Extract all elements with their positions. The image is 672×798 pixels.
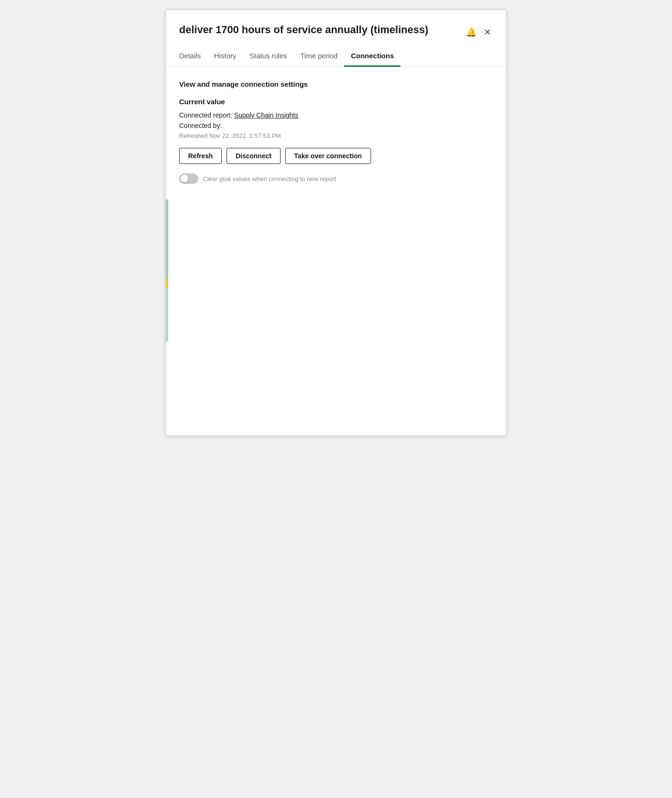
tab-time-period[interactable]: Time period: [294, 48, 345, 67]
current-value-label: Current value: [179, 98, 493, 106]
clear-goal-toggle[interactable]: [179, 173, 198, 184]
tab-details[interactable]: Details: [179, 48, 208, 67]
panel-title: deliver 1700 hours of service annually (…: [179, 23, 464, 37]
panel-header: deliver 1700 hours of service annually (…: [166, 10, 506, 39]
panel: deliver 1700 hours of service annually (…: [165, 9, 507, 436]
section-heading: View and manage connection settings: [179, 80, 493, 88]
panel-body: View and manage connection settings Curr…: [166, 67, 506, 197]
connected-report-link[interactable]: Supply Chain Insights: [234, 111, 298, 119]
toggle-row: Clear goal values when connecting to new…: [179, 173, 493, 184]
accent-bar: [166, 200, 168, 342]
button-group: Refresh Disconnect Take over connection: [179, 148, 493, 164]
connected-report-row: Connected report: Supply Chain Insights: [179, 111, 493, 119]
toggle-label: Clear goal values when connecting to new…: [203, 175, 336, 182]
connected-report-prefix: Connected report:: [179, 111, 232, 119]
refreshed-text: Refreshed Nov 22, 2022, 1:57:53 PM: [179, 132, 493, 139]
close-button[interactable]: ✕: [482, 25, 493, 39]
refresh-button[interactable]: Refresh: [179, 148, 222, 164]
take-over-button[interactable]: Take over connection: [285, 148, 371, 164]
toggle-thumb: [181, 175, 188, 182]
header-icons: 🔔 ✕: [464, 23, 493, 39]
connected-by-label: Connected by:: [179, 122, 222, 129]
close-icon: ✕: [484, 27, 491, 37]
tab-history[interactable]: History: [208, 48, 243, 67]
connected-by-row: Connected by:: [179, 122, 493, 129]
bell-icon: 🔔: [466, 27, 476, 37]
tab-status-rules[interactable]: Status rules: [243, 48, 294, 67]
disconnect-button[interactable]: Disconnect: [227, 148, 280, 164]
bell-button[interactable]: 🔔: [464, 25, 478, 39]
tab-connections[interactable]: Connections: [344, 48, 400, 67]
tabs-nav: Details History Status rules Time period…: [166, 48, 506, 67]
